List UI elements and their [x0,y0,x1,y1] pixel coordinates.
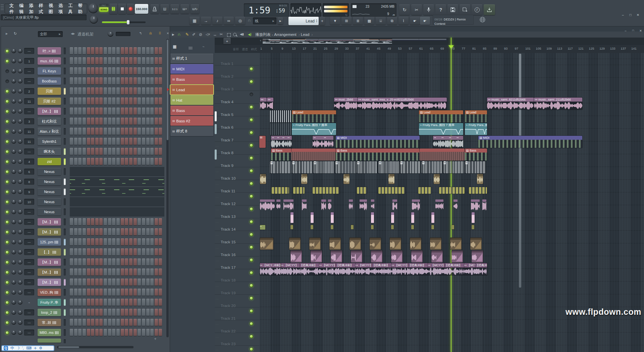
step-cell[interactable] [99,98,103,105]
menu-item-编辑[interactable]: 编辑 [17,3,26,15]
step-cell[interactable] [112,128,115,135]
step-cell[interactable] [91,118,94,125]
track-name[interactable]: Track 22 [221,329,235,333]
step-cell[interactable] [129,77,132,84]
step-cell[interactable] [155,118,158,125]
step-cell[interactable] [146,77,150,84]
track-header-15[interactable]: Track 15... [215,237,259,250]
track-name[interactable]: Track 5 [221,113,233,117]
step-cell[interactable] [91,329,94,336]
step-cell[interactable] [78,248,82,255]
picker-tab-audio[interactable] [187,45,193,51]
channel-pan-knob[interactable] [11,260,16,265]
step-cell[interactable] [150,98,154,105]
rack-grid-icon[interactable]: ⠿ [159,32,161,35]
clip-header[interactable]: ↦↦↦↦ [433,136,463,140]
channel-button[interactable]: Nexus [38,208,61,216]
note-blocks-clip[interactable] [469,187,487,194]
channel-pan-knob[interactable] [11,149,16,154]
channel-target-display[interactable]: --- [24,269,34,275]
channel-pan-knob[interactable] [11,220,16,224]
step-cell[interactable] [104,238,107,245]
channel-pan-knob[interactable] [11,179,16,184]
channel-button[interactable]: loop_2 [38,309,61,316]
channel-mute-led[interactable] [5,150,9,154]
step-cell[interactable] [87,128,90,135]
channel-volume-knob[interactable] [18,89,22,94]
track-mute-led[interactable] [250,335,253,338]
step-cell[interactable] [70,218,73,225]
step-cell[interactable] [116,279,120,286]
step-cell[interactable] [129,138,132,145]
channel-target-display[interactable]: --- [24,259,34,265]
step-cell[interactable] [83,329,86,336]
step-cell[interactable] [150,148,154,155]
step-cell[interactable] [104,87,107,95]
step-cell[interactable] [146,329,150,336]
channel-button[interactable]: FL Keys [38,67,61,75]
step-cell[interactable] [95,67,99,74]
step-cell[interactable] [116,238,120,245]
audio-burst-clip[interactable] [283,199,293,211]
picker-tab-automation[interactable]: ⌁ [202,44,205,49]
channel-mute-led[interactable] [5,180,9,184]
audio-burst-clip[interactable] [482,199,486,211]
step-cell[interactable] [104,289,107,296]
step-cell[interactable] [104,218,107,225]
step-cell[interactable] [74,238,77,245]
rack-graph-icon[interactable]: ılı [149,32,152,35]
picker-tab-patterns[interactable]: ▦ [173,44,176,49]
step-cell[interactable] [87,77,90,84]
step-cell[interactable] [91,218,94,225]
step-cell[interactable] [104,108,107,115]
step-cell[interactable] [125,299,128,306]
step-cell[interactable] [99,269,103,276]
step-cell[interactable] [146,158,150,165]
channel-button[interactable]: 【..】 [38,248,61,256]
pattern-item-Bass[interactable]: ▤Bass [170,74,213,84]
step-cell[interactable] [87,289,90,296]
pattern-clip-dense[interactable]: ↦ [357,161,377,173]
step-cell[interactable] [104,319,107,326]
step-cell[interactable] [159,77,162,84]
step-cell[interactable] [155,248,158,255]
pattern-add-button[interactable]: + [319,17,325,25]
step-cell[interactable] [121,218,124,225]
channel-selector-strip[interactable] [64,88,66,95]
step-cell[interactable] [142,228,145,235]
step-cell[interactable] [125,108,128,115]
step-cell[interactable] [87,67,90,74]
step-cell[interactable] [133,128,137,135]
pattern-clip[interactable]: ▤ Bass [336,149,420,161]
track-grip[interactable]: ... [216,348,219,351]
step-cell[interactable] [104,299,107,306]
hit-clip[interactable] [290,225,293,229]
step-cell[interactable] [91,248,94,255]
ime-moon-icon[interactable]: ☽ [16,346,20,350]
step-cell[interactable] [159,67,162,74]
step-cell[interactable] [150,128,154,135]
step-cell[interactable] [83,289,86,296]
track-mute-led[interactable] [250,118,253,122]
step-cell[interactable] [87,158,90,165]
channel-pan-knob[interactable] [11,290,16,295]
channel-preview[interactable] [70,167,164,176]
cpu-meter[interactable]: ↻ [323,3,349,17]
step-cell[interactable] [99,228,103,235]
channel-mute-led[interactable] [5,240,9,244]
step-cell[interactable] [87,269,90,276]
step-cell[interactable] [112,309,115,316]
step-cell[interactable] [125,47,128,54]
pattern-item-样式 8[interactable]: ▤样式 8 [170,126,213,136]
step-cell[interactable] [133,299,137,306]
track-name[interactable]: Track 11 [221,189,235,193]
step-cell[interactable] [70,248,73,255]
audio-clip-segment[interactable]: ↦ 【MCY..冲刺】 [260,263,281,268]
track-mute-led[interactable] [250,233,253,236]
channel-target-display[interactable]: --- [24,219,34,225]
step-cell[interactable] [87,87,90,95]
audio-clip-segment[interactable]: ↦ 【MCYY】 [319,263,336,268]
step-cell[interactable] [74,289,77,296]
track-mute-led[interactable] [250,220,253,224]
step-cell[interactable] [112,279,115,286]
